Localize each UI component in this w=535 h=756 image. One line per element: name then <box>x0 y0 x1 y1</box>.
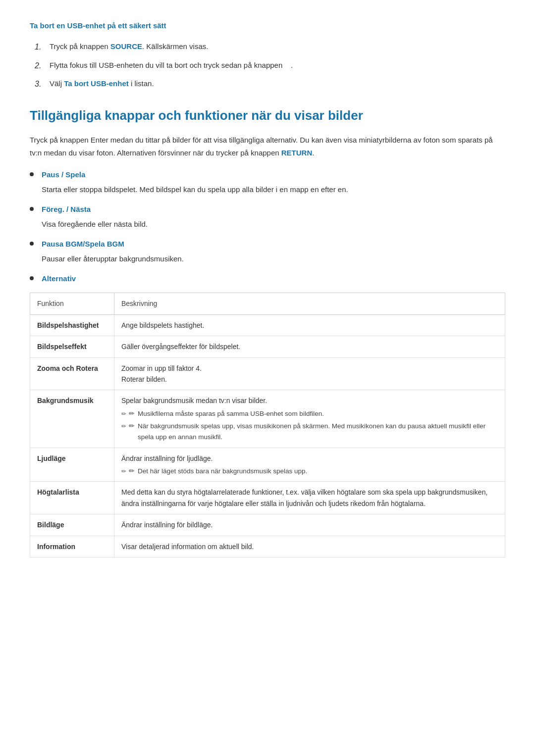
bullet-desc: Visa föregående eller nästa bild. <box>42 218 505 230</box>
bullet-dot <box>30 207 34 211</box>
bullet-item-pause: Paus / Spela Starta eller stoppa bildspe… <box>30 169 505 196</box>
pencil-icon: ✏ <box>121 466 135 477</box>
bullet-label: Paus / Spela <box>42 170 85 179</box>
section1-title: Ta bort en USB-enhet på ett säkert sätt <box>30 20 505 32</box>
desc-cell: Ändrar inställning för bildläge. <box>114 514 505 536</box>
source-highlight: SOURCE <box>110 42 142 50</box>
table-row: Ljudläge Ändrar inställning för ljudläge… <box>30 448 505 482</box>
desc-cell: Ändrar inställning för ljudläge. ✏ Det h… <box>114 448 505 482</box>
func-cell: Zooma och Rotera <box>30 357 114 390</box>
bullet-content: Alternativ <box>42 273 505 285</box>
col-header-beskrivning: Beskrivning <box>114 293 505 314</box>
table-row: Bildspelshastighet Ange bildspelets hast… <box>30 314 505 336</box>
bullet-dot <box>30 242 34 246</box>
list-item: 2. Flytta fokus till USB-enheten du vill… <box>35 59 505 72</box>
bullet-desc: Pausar eller återupptar bakgrundsmusiken… <box>42 253 505 265</box>
func-cell: Bildläge <box>30 514 114 536</box>
func-cell: Information <box>30 536 114 557</box>
table-row: Bildläge Ändrar inställning för bildläge… <box>30 514 505 536</box>
desc-cell: Ange bildspelets hastighet. <box>114 314 505 336</box>
func-cell: Högtalarlista <box>30 482 114 514</box>
func-cell: Bildspelshastighet <box>30 314 114 336</box>
step-number: 3. <box>35 78 50 91</box>
sub-note: ✏ När bakgrundsmusik spelas upp, visas m… <box>121 421 498 442</box>
table-row: Information Visar detaljerad information… <box>30 536 505 557</box>
return-highlight: RETURN <box>281 149 313 157</box>
step-number: 1. <box>35 41 50 53</box>
desc-cell: Spelar bakgrundsmusik medan tv:n visar b… <box>114 390 505 448</box>
bullet-content: Föreg. / Nästa Visa föregående eller näs… <box>42 203 505 230</box>
section1: Ta bort en USB-enhet på ett säkert sätt … <box>30 20 505 91</box>
numbered-list: 1. Tryck på knappen SOURCE. Källskärmen … <box>35 41 505 91</box>
desc-cell: Visar detaljerad information om aktuell … <box>114 536 505 557</box>
section2-intro: Tryck på knappen Enter medan du tittar p… <box>30 134 505 159</box>
bullet-dot <box>30 172 34 176</box>
col-header-funktion: Funktion <box>30 293 114 314</box>
func-cell: Bakgrundsmusik <box>30 390 114 448</box>
func-cell: Bildspelseffekt <box>30 336 114 357</box>
pencil-icon: ✏ <box>121 421 135 432</box>
step-text: Tryck på knappen SOURCE. Källskärmen vis… <box>50 41 505 52</box>
list-item: 3. Välj Ta bort USB-enhet i listan. <box>35 78 505 91</box>
note-text: Det här läget stöds bara när bakgrundsmu… <box>138 466 307 477</box>
bullet-desc: Starta eller stoppa bildspelet. Med bild… <box>42 184 505 196</box>
desc-cell: Gäller övergångseffekter för bildspelet. <box>114 336 505 357</box>
bullet-content: Pausa BGM/Spela BGM Pausar eller återupp… <box>42 238 505 265</box>
bullet-item-prev-next: Föreg. / Nästa Visa föregående eller näs… <box>30 203 505 230</box>
table-row: Zooma och Rotera Zoomar in upp till fakt… <box>30 357 505 390</box>
bullet-item-alternativ: Alternativ <box>30 273 505 285</box>
list-item: 1. Tryck på knappen SOURCE. Källskärmen … <box>35 41 505 53</box>
bullet-list: Paus / Spela Starta eller stoppa bildspe… <box>30 169 505 285</box>
section2: Tillgängliga knappar och funktioner när … <box>30 105 505 557</box>
remove-usb-highlight: Ta bort USB-enhet <box>64 79 129 88</box>
desc-cell: Med detta kan du styra högtalarrelaterad… <box>114 482 505 514</box>
step-number: 2. <box>35 59 50 72</box>
section2-title: Tillgängliga knappar och funktioner när … <box>30 105 505 126</box>
bullet-label: Pausa BGM/Spela BGM <box>42 240 124 248</box>
bullet-item-bgm: Pausa BGM/Spela BGM Pausar eller återupp… <box>30 238 505 265</box>
func-cell: Ljudläge <box>30 448 114 482</box>
sub-note: ✏ Musikfilerna måste sparas på samma USB… <box>121 408 498 419</box>
step-text: Välj Ta bort USB-enhet i listan. <box>50 78 505 90</box>
step-text: Flytta fokus till USB-enheten du vill ta… <box>50 59 505 71</box>
note-text: Musikfilerna måste sparas på samma USB-e… <box>138 408 324 419</box>
bullet-label: Alternativ <box>42 274 76 283</box>
desc-cell: Zoomar in upp till faktor 4. Roterar bil… <box>114 357 505 390</box>
pencil-icon: ✏ <box>121 408 135 419</box>
sub-note: ✏ Det här läget stöds bara när bakgrunds… <box>121 466 498 477</box>
table-row: Bildspelseffekt Gäller övergångseffekter… <box>30 336 505 357</box>
note-text: När bakgrundsmusik spelas upp, visas mus… <box>138 421 498 442</box>
table-header-row: Funktion Beskrivning <box>30 293 505 314</box>
features-table: Funktion Beskrivning Bildspelshastighet … <box>30 293 505 557</box>
bullet-content: Paus / Spela Starta eller stoppa bildspe… <box>42 169 505 196</box>
table-row: Bakgrundsmusik Spelar bakgrundsmusik med… <box>30 390 505 448</box>
table-row: Högtalarlista Med detta kan du styra hög… <box>30 482 505 514</box>
bullet-label: Föreg. / Nästa <box>42 205 91 213</box>
table: Funktion Beskrivning Bildspelshastighet … <box>30 293 505 557</box>
bullet-dot <box>30 276 34 280</box>
